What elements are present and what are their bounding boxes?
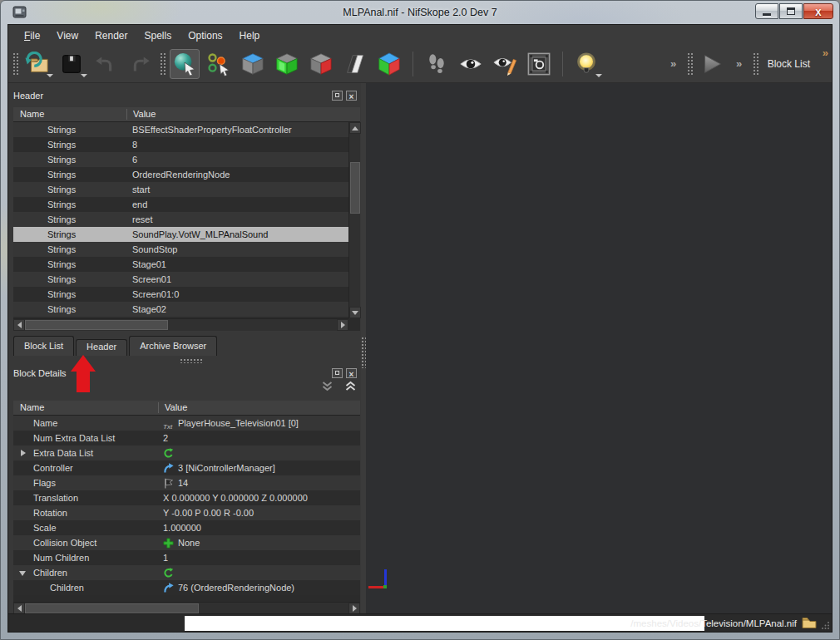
details-table-row[interactable]: NameTxtPlayerHouse_Television01 [0] xyxy=(13,416,360,431)
details-table-row[interactable]: Collision ObjectNone xyxy=(13,535,360,550)
toolbar-drag-handle[interactable] xyxy=(12,52,18,76)
scroll-left-button[interactable] xyxy=(13,603,25,614)
edit-markers-button[interactable] xyxy=(490,49,520,79)
splitter-handle[interactable] xyxy=(180,358,203,363)
column-separator[interactable] xyxy=(158,402,159,413)
overflow-button[interactable]: » xyxy=(731,49,748,79)
details-table-row[interactable]: Num Extra Data List2 xyxy=(13,431,360,446)
show-hidden-button[interactable] xyxy=(306,49,336,79)
lighting-button[interactable] xyxy=(571,49,601,79)
open-folder-icon[interactable] xyxy=(802,617,817,629)
column-header-name[interactable]: Name xyxy=(13,107,126,121)
header-table-row[interactable]: Stringsstart xyxy=(13,182,348,197)
column-separator[interactable] xyxy=(126,109,127,120)
vertical-scrollbar[interactable] xyxy=(348,122,360,318)
column-header-value[interactable]: Value xyxy=(158,401,187,415)
show-axes-button[interactable] xyxy=(374,49,404,79)
float-panel-icon[interactable] xyxy=(332,368,343,378)
overflow-button[interactable]: » xyxy=(665,49,682,79)
scrollbar-thumb[interactable] xyxy=(350,162,360,214)
header-table-row[interactable]: StringsScreen01:0 xyxy=(13,287,348,302)
scroll-up-button[interactable] xyxy=(349,122,361,134)
expand-all-button[interactable] xyxy=(321,381,334,392)
header-table-row[interactable]: Stringsend xyxy=(13,197,348,212)
header-table-row[interactable]: StringsScreen01 xyxy=(13,272,348,287)
scrollbar-thumb[interactable] xyxy=(25,320,168,330)
save-button[interactable] xyxy=(57,49,86,79)
maximize-button[interactable] xyxy=(779,3,803,19)
details-table-row[interactable]: TranslationX 0.000000 Y 0.000000 Z 0.000… xyxy=(13,490,360,505)
scroll-right-button[interactable] xyxy=(337,319,348,331)
show-markers-button[interactable] xyxy=(456,49,486,79)
details-table-row[interactable]: RotationY -0.00 P 0.00 R -0.00 xyxy=(13,505,360,520)
close-button[interactable] xyxy=(803,3,833,19)
resize-grip[interactable] xyxy=(821,621,830,630)
menu-options[interactable]: Options xyxy=(180,27,230,44)
header-table-row[interactable]: StringsStage01 xyxy=(13,257,348,272)
3d-viewport[interactable] xyxy=(366,83,832,613)
menu-help[interactable]: Help xyxy=(232,27,268,44)
details-table-row[interactable]: Extra Data List xyxy=(13,446,360,460)
animations-button[interactable] xyxy=(422,49,452,79)
scroll-down-button[interactable] xyxy=(349,307,361,318)
menu-render[interactable]: Render xyxy=(87,27,135,44)
header-table-row[interactable]: Strings8 xyxy=(13,137,348,152)
titlebar[interactable]: MLPAnal.nif - NifSkope 2.0 Dev 7 xyxy=(1,1,839,24)
toolbar-corner-overflow-chevron-icon[interactable]: » xyxy=(823,47,828,59)
toolbar-drag-handle[interactable] xyxy=(752,52,758,76)
dropdown-arrow-icon[interactable] xyxy=(47,74,53,77)
close-panel-icon[interactable] xyxy=(346,368,357,378)
dropdown-arrow-icon[interactable] xyxy=(595,74,602,77)
flag-icon xyxy=(163,478,174,489)
dropdown-arrow-icon[interactable] xyxy=(81,74,87,77)
tab-header[interactable]: Header xyxy=(76,339,127,356)
expand-row-icon[interactable] xyxy=(19,449,27,457)
horizontal-scrollbar[interactable] xyxy=(13,318,348,331)
scrollbar-thumb[interactable] xyxy=(25,603,199,613)
details-table-row[interactable]: Flags14 xyxy=(13,475,360,490)
header-table-row[interactable]: StringsStage02 xyxy=(13,302,348,317)
header-table-row[interactable]: StringsSoundPlay.VotW_MLPAnalSound xyxy=(13,227,348,242)
header-table-row[interactable]: StringsSoundStop xyxy=(13,242,348,257)
details-table-row[interactable]: Children xyxy=(13,565,360,580)
menu-spells[interactable]: Spells xyxy=(137,27,180,44)
menu-file[interactable]: File xyxy=(17,27,47,44)
menu-view[interactable]: View xyxy=(49,27,86,44)
header-table-row[interactable]: StringsOrderedRenderingNode xyxy=(13,167,348,182)
wireframe-button[interactable] xyxy=(272,49,302,79)
toolbar-drag-handle[interactable] xyxy=(159,52,166,76)
details-table-row[interactable]: Children76 (OrderedRenderingNode) xyxy=(13,580,360,595)
undo-button[interactable] xyxy=(91,49,121,79)
row-value: 2 xyxy=(163,431,168,446)
row-name-cell: Extra Data List xyxy=(13,446,158,460)
minimize-button[interactable] xyxy=(755,3,778,19)
row-name-cell: Num Children xyxy=(13,550,158,565)
close-panel-icon[interactable] xyxy=(346,91,357,101)
column-header-name[interactable]: Name xyxy=(13,401,158,415)
collapse-all-button[interactable] xyxy=(344,381,357,392)
show-blocks-button[interactable] xyxy=(238,49,268,79)
column-header-value[interactable]: Value xyxy=(126,107,156,121)
tab-archive-browser[interactable]: Archive Browser xyxy=(129,336,217,356)
redo-button[interactable] xyxy=(125,49,155,79)
tab-block-list[interactable]: Block List xyxy=(13,336,74,356)
statusbar-value-input[interactable] xyxy=(185,616,704,631)
horizontal-scrollbar[interactable] xyxy=(13,602,360,614)
header-table-row[interactable]: Stringsreset xyxy=(13,212,348,227)
details-table-row[interactable]: Scale1.000000 xyxy=(13,520,360,535)
header-table-row[interactable]: StringsBSEffectShaderPropertyFloatContro… xyxy=(13,122,348,137)
open-file-button[interactable] xyxy=(22,49,52,79)
select-vertex-mode-button[interactable] xyxy=(204,49,234,79)
double-sided-button[interactable] xyxy=(340,49,370,79)
details-table-row[interactable]: Controller3 [NiControllerManager] xyxy=(13,460,360,475)
toolbar-drag-handle[interactable] xyxy=(686,52,693,76)
screenshot-button[interactable] xyxy=(524,49,554,79)
float-panel-icon[interactable] xyxy=(332,91,343,101)
details-table-row[interactable]: Num Children1 xyxy=(13,550,360,565)
header-table-row[interactable]: Strings6 xyxy=(13,152,348,167)
scroll-right-button[interactable] xyxy=(348,603,360,614)
collapse-row-icon[interactable] xyxy=(19,569,27,577)
play-button[interactable] xyxy=(697,49,727,79)
select-object-mode-button[interactable] xyxy=(170,49,200,79)
scroll-left-button[interactable] xyxy=(13,319,25,331)
